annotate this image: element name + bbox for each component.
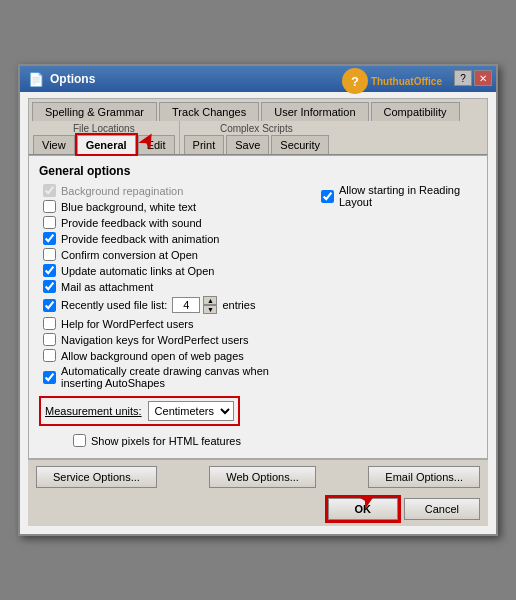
- label-show-pixels: Show pixels for HTML features: [91, 435, 241, 447]
- tab-spelling[interactable]: Spelling & Grammar: [32, 102, 157, 121]
- complex-scripts-label: Complex Scripts: [184, 123, 329, 135]
- options-columns: Background repagination Blue background,…: [39, 184, 477, 392]
- label-nav-keys: Navigation keys for WordPerfect users: [61, 334, 248, 346]
- label-help-wp: Help for WordPerfect users: [61, 318, 193, 330]
- option-mail-attach: Mail as attachment: [39, 280, 309, 293]
- tab-edit[interactable]: Edit: [138, 135, 175, 154]
- dialog-buttons-row: OK Cancel: [28, 492, 488, 526]
- checkbox-allow-bg-web[interactable]: [43, 349, 56, 362]
- option-auto-drawing: Automatically create drawing canvas when…: [39, 365, 309, 389]
- tabs-row1: Spelling & Grammar Track Changes User In…: [28, 98, 488, 121]
- title-bar: 📄 Options ? ✕ ? ThuthuatOffice: [20, 66, 496, 92]
- option-bg-repag: Background repagination: [39, 184, 309, 197]
- checkbox-blue-bg[interactable]: [43, 200, 56, 213]
- label-auto-drawing: Automatically create drawing canvas when…: [61, 365, 309, 389]
- tab-view[interactable]: View: [33, 135, 75, 154]
- label-allow-reading: Allow starting in Reading Layout: [339, 184, 477, 208]
- file-locations-group: File Locations View General Edit: [29, 121, 180, 154]
- spinner: ▲ ▼: [203, 296, 217, 314]
- email-options-button[interactable]: Email Options...: [368, 466, 480, 488]
- file-locations-label: File Locations: [33, 123, 175, 135]
- tab-content: General options Background repagination …: [28, 155, 488, 459]
- entries-label: entries: [222, 299, 255, 311]
- tab-save[interactable]: Save: [226, 135, 269, 154]
- dialog-content: Spelling & Grammar Track Changes User In…: [20, 92, 496, 534]
- spinner-down[interactable]: ▼: [203, 305, 217, 314]
- ok-button[interactable]: OK: [328, 498, 398, 520]
- measurement-label: Measurement units:: [45, 405, 142, 417]
- option-recently-used: Recently used file list: ▲ ▼ entries: [39, 296, 309, 314]
- checkbox-update-links[interactable]: [43, 264, 56, 277]
- options-left-col: Background repagination Blue background,…: [39, 184, 309, 392]
- label-blue-bg: Blue background, white text: [61, 201, 196, 213]
- watermark: ? ThuthuatOffice: [338, 66, 446, 96]
- complex-scripts-group: Complex Scripts Print Save Security: [180, 121, 333, 154]
- tab-track[interactable]: Track Changes: [159, 102, 259, 121]
- tab-userinfo[interactable]: User Information: [261, 102, 368, 121]
- label-allow-bg-web: Allow background open of web pages: [61, 350, 244, 362]
- close-button[interactable]: ✕: [474, 70, 492, 86]
- checkbox-feedback-sound[interactable]: [43, 216, 56, 229]
- checkbox-mail-attach[interactable]: [43, 280, 56, 293]
- checkbox-show-pixels[interactable]: [73, 434, 86, 447]
- tab-security[interactable]: Security: [271, 135, 329, 154]
- file-locations-tabs: View General Edit: [33, 135, 175, 154]
- option-allow-reading: Allow starting in Reading Layout: [317, 184, 477, 208]
- checkbox-auto-drawing[interactable]: [43, 371, 56, 384]
- action-buttons-row: Service Options... Web Options... Email …: [28, 459, 488, 492]
- label-confirm-conv: Confirm conversion at Open: [61, 249, 198, 261]
- measurement-row: Measurement units: Inches Centimeters Mi…: [39, 396, 240, 426]
- complex-scripts-tabs: Print Save Security: [184, 135, 329, 154]
- label-update-links: Update automatic links at Open: [61, 265, 214, 277]
- tabs-row2: File Locations View General Edit Complex…: [28, 121, 488, 155]
- label-feedback-sound: Provide feedback with sound: [61, 217, 202, 229]
- tab-compat[interactable]: Compatibility: [371, 102, 460, 121]
- checkbox-nav-keys[interactable]: [43, 333, 56, 346]
- label-mail-attach: Mail as attachment: [61, 281, 153, 293]
- web-options-button[interactable]: Web Options...: [209, 466, 316, 488]
- tab-general[interactable]: General: [77, 135, 136, 154]
- option-nav-keys: Navigation keys for WordPerfect users: [39, 333, 309, 346]
- option-help-wp: Help for WordPerfect users: [39, 317, 309, 330]
- help-button[interactable]: ?: [454, 70, 472, 86]
- checkbox-bg-repag[interactable]: [43, 184, 56, 197]
- spinner-up[interactable]: ▲: [203, 296, 217, 305]
- measurement-select[interactable]: Inches Centimeters Millimeters Points Pi…: [148, 401, 234, 421]
- checkbox-feedback-anim[interactable]: [43, 232, 56, 245]
- checkbox-allow-reading[interactable]: [321, 190, 334, 203]
- recently-used-input[interactable]: [172, 297, 200, 313]
- option-feedback-anim: Provide feedback with animation: [39, 232, 309, 245]
- tab-print[interactable]: Print: [184, 135, 225, 154]
- watermark-text: ThuthuatOffice: [371, 76, 442, 87]
- label-recently-used: Recently used file list:: [61, 299, 167, 311]
- checkbox-confirm-conv[interactable]: [43, 248, 56, 261]
- service-options-button[interactable]: Service Options...: [36, 466, 157, 488]
- option-show-pixels: Show pixels for HTML features: [69, 434, 477, 447]
- label-bg-repag: Background repagination: [61, 185, 183, 197]
- option-update-links: Update automatic links at Open: [39, 264, 309, 277]
- options-dialog: 📄 Options ? ✕ ? ThuthuatOffice Spelling …: [18, 64, 498, 536]
- option-confirm-conv: Confirm conversion at Open: [39, 248, 309, 261]
- option-feedback-sound: Provide feedback with sound: [39, 216, 309, 229]
- option-blue-bg: Blue background, white text: [39, 200, 309, 213]
- general-options-title: General options: [39, 164, 477, 178]
- checkbox-help-wp[interactable]: [43, 317, 56, 330]
- cancel-button[interactable]: Cancel: [404, 498, 480, 520]
- options-right-col: Allow starting in Reading Layout: [317, 184, 477, 392]
- checkbox-recently-used[interactable]: [43, 299, 56, 312]
- watermark-icon: ?: [342, 68, 368, 94]
- option-allow-bg-web: Allow background open of web pages: [39, 349, 309, 362]
- label-feedback-anim: Provide feedback with animation: [61, 233, 219, 245]
- dialog-title: Options: [50, 72, 95, 86]
